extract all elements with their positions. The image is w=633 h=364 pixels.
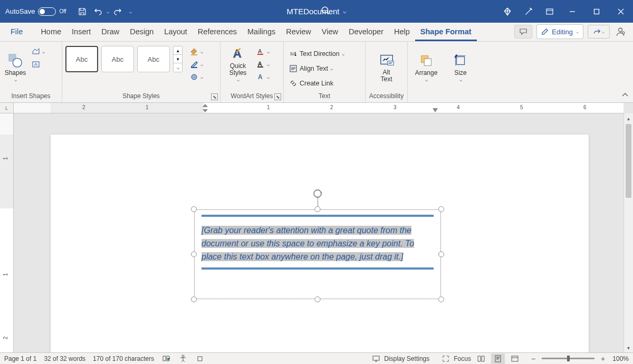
align-text-button[interactable]: Align Text⌵ xyxy=(287,63,347,74)
tab-insert[interactable]: Insert xyxy=(66,23,96,41)
indent-marker-icon[interactable] xyxy=(202,103,209,113)
zoom-slider[interactable] xyxy=(542,358,594,359)
undo-button[interactable] xyxy=(91,4,106,19)
text-effects-button[interactable]: A⌵ xyxy=(254,71,272,83)
zoom-in-button[interactable]: + xyxy=(601,355,605,363)
spellcheck-status[interactable] xyxy=(161,354,171,363)
print-layout-button[interactable] xyxy=(491,353,505,364)
close-button[interactable] xyxy=(609,0,633,23)
autosave-control[interactable]: AutoSave Off xyxy=(0,7,72,16)
qat-customize[interactable]: ⌵ xyxy=(129,9,132,14)
autosave-state: Off xyxy=(59,8,66,14)
char-count[interactable]: 170 of 170 characters xyxy=(93,355,154,362)
arrange-button[interactable]: Arrange⌵ xyxy=(414,46,438,84)
style-preset-3[interactable]: Abc xyxy=(137,46,170,72)
gallery-down[interactable]: ▾ xyxy=(174,55,182,63)
zoom-level[interactable]: 100% xyxy=(612,355,629,362)
accessibility-status[interactable] xyxy=(178,354,188,363)
quick-styles-button[interactable]: A Quick Styles⌵ xyxy=(224,46,252,84)
shape-style-gallery[interactable]: Abc Abc Abc ▴ ▾ ⌵ xyxy=(65,46,183,72)
display-settings-label[interactable]: Display Settings xyxy=(384,355,429,362)
page-status[interactable]: Page 1 of 1 xyxy=(4,355,36,362)
horizontal-ruler[interactable]: 2 1 1 2 3 4 5 6 xyxy=(14,103,624,113)
tab-draw[interactable]: Draw xyxy=(96,23,124,41)
document-title[interactable]: MTEDocument ⌵ xyxy=(286,7,346,16)
web-layout-button[interactable] xyxy=(508,353,522,364)
macro-status[interactable] xyxy=(195,354,205,363)
resize-handle-tm[interactable] xyxy=(315,206,321,212)
draw-textbox-button[interactable]: A xyxy=(30,59,47,70)
maximize-button[interactable] xyxy=(584,0,609,23)
save-button[interactable] xyxy=(75,4,90,19)
textbox-content[interactable]: [Grab your reader's attention with a gre… xyxy=(202,215,434,294)
autosave-toggle-icon[interactable] xyxy=(38,7,56,16)
ribbon-display-button[interactable] xyxy=(539,7,560,16)
text-direction-button[interactable]: IIAText Direction⌵ xyxy=(287,48,347,60)
premium-button[interactable] xyxy=(497,7,518,16)
zoom-out-button[interactable]: − xyxy=(531,355,535,363)
comments-button[interactable] xyxy=(514,25,532,39)
shape-effects-button[interactable]: ⌵ xyxy=(188,71,205,83)
minimize-button[interactable] xyxy=(560,0,584,23)
word-count[interactable]: 32 of 32 words xyxy=(44,355,85,362)
alt-text-button[interactable]: Alt Text xyxy=(375,46,399,84)
scroll-thumb[interactable] xyxy=(626,124,631,198)
redo-button[interactable] xyxy=(110,4,125,19)
tab-review[interactable]: Review xyxy=(281,23,316,41)
text-outline-button[interactable]: A⌵ xyxy=(254,59,272,70)
shape-fill-button[interactable]: ⌵ xyxy=(188,46,205,58)
search-button[interactable] xyxy=(321,6,330,17)
selected-textbox[interactable]: [Grab your reader's attention with a gre… xyxy=(194,209,441,299)
focus-icon-wrap[interactable] xyxy=(441,354,450,363)
focus-label[interactable]: Focus xyxy=(454,355,471,362)
style-preset-2[interactable]: Abc xyxy=(101,46,134,72)
tab-mailings[interactable]: Mailings xyxy=(242,23,281,41)
zoom-slider-thumb[interactable] xyxy=(567,356,570,361)
tab-home[interactable]: Home xyxy=(35,23,66,41)
style-preset-1[interactable]: Abc xyxy=(65,46,98,72)
wordart-launcher[interactable]: ⬊ xyxy=(274,93,281,100)
tab-developer[interactable]: Developer xyxy=(343,23,389,41)
tab-help[interactable]: Help xyxy=(389,23,415,41)
read-mode-button[interactable] xyxy=(474,353,488,364)
scroll-down-button[interactable]: ▾ xyxy=(624,343,633,352)
outline-icon xyxy=(190,60,198,69)
collapse-ribbon-button[interactable] xyxy=(621,91,629,100)
edit-shape-button[interactable]: ⌵ xyxy=(30,46,47,58)
resize-handle-br[interactable] xyxy=(438,296,444,302)
tab-layout[interactable]: Layout xyxy=(159,23,193,41)
tab-shape-format[interactable]: Shape Format xyxy=(415,23,477,41)
display-settings-icon-wrap[interactable] xyxy=(371,354,381,363)
resize-handle-tr[interactable] xyxy=(438,206,444,212)
share-button[interactable]: ⌵ xyxy=(588,25,610,39)
size-button[interactable]: Size⌵ xyxy=(448,46,473,84)
coming-soon-button[interactable] xyxy=(518,7,539,16)
editing-mode-button[interactable]: Editing ⌵ xyxy=(536,24,583,39)
text-fill-button[interactable]: A⌵ xyxy=(254,46,272,58)
shape-styles-launcher[interactable]: ⬊ xyxy=(211,93,218,100)
shape-outline-button[interactable]: ⌵ xyxy=(188,59,205,70)
shapes-gallery-button[interactable]: Shapes ⌵ xyxy=(3,46,27,84)
resize-handle-ml[interactable] xyxy=(191,252,197,257)
tab-file[interactable]: File xyxy=(5,23,28,41)
gallery-up[interactable]: ▴ xyxy=(174,46,182,55)
right-indent-marker-icon[interactable] xyxy=(431,108,439,113)
create-link-button[interactable]: Create Link xyxy=(287,78,347,89)
tab-design[interactable]: Design xyxy=(124,23,159,41)
text-direction-icon: IIA xyxy=(289,50,298,58)
vertical-ruler[interactable]: 1 1 2 xyxy=(0,113,14,352)
tab-references[interactable]: References xyxy=(193,23,242,41)
gallery-more[interactable]: ⌵ xyxy=(174,63,182,72)
scroll-up-button[interactable]: ▴ xyxy=(624,113,633,123)
undo-dropdown[interactable]: ⌵ xyxy=(107,9,109,14)
resize-handle-mr[interactable] xyxy=(438,252,444,257)
vertical-scrollbar[interactable]: ▴ ▾ xyxy=(624,113,633,352)
gallery-spinner[interactable]: ▴ ▾ ⌵ xyxy=(173,46,183,72)
resize-handle-tl[interactable] xyxy=(191,206,197,212)
resize-handle-bm[interactable] xyxy=(315,296,321,302)
rotate-handle[interactable] xyxy=(312,188,323,199)
resize-handle-bl[interactable] xyxy=(191,296,197,302)
account-button[interactable] xyxy=(614,27,627,36)
tab-view[interactable]: View xyxy=(316,23,343,41)
textbox-text[interactable]: [Grab your reader's attention with a gre… xyxy=(202,224,434,263)
